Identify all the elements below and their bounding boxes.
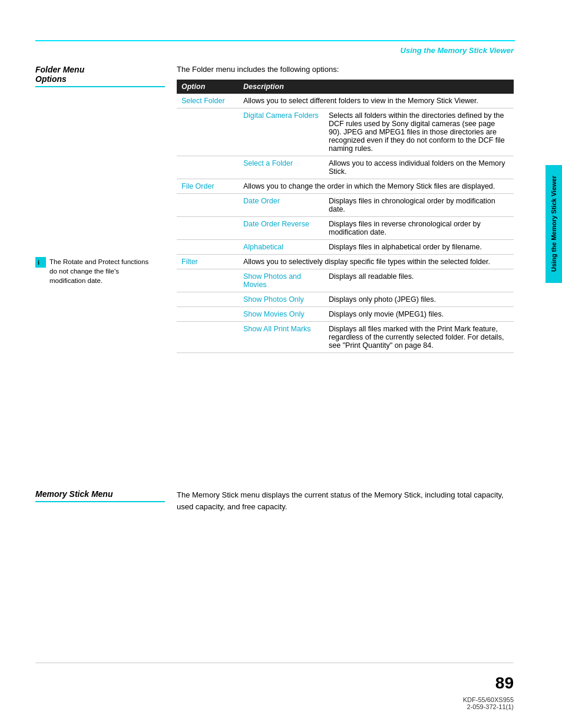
sub-desc-cell: Allows you to access individual folders … [324, 156, 514, 179]
bottom-line [35, 663, 514, 663]
option-label: File Order [181, 182, 214, 190]
table-row: Date Order Reverse Displays files in rev… [177, 217, 514, 240]
option-cell-empty [177, 217, 239, 240]
sub-option-label: Select a Folder [243, 159, 293, 167]
sub-desc-cell: Displays files in reverse chronological … [324, 217, 514, 240]
option-cell-empty [177, 108, 239, 156]
table-row: File Order Allows you to change the orde… [177, 179, 514, 194]
sub-option-cell: Show All Print Marks [239, 322, 324, 353]
page-number: 89 [495, 674, 514, 693]
sub-option-label: Show Movies Only [243, 310, 305, 318]
side-tab: Using the Memory Stick Viewer [546, 165, 562, 283]
option-cell-empty [177, 240, 239, 255]
folder-heading-line2: Options [35, 74, 67, 84]
sub-option-cell: Date Order Reverse [239, 217, 324, 240]
sub-option-label: Show Photos Only [243, 295, 304, 304]
note-icon: i [35, 257, 46, 268]
sub-option-label: Digital Camera Folders [243, 111, 319, 120]
col-header-description: Description [239, 80, 514, 94]
memory-heading-text: Memory Stick Menu [35, 489, 113, 499]
folder-intro: The Folder menu includes the following o… [177, 65, 514, 74]
sub-option-cell: Alphabetical [239, 240, 324, 255]
table-row: Select a Folder Allows you to access ind… [177, 156, 514, 179]
memory-heading: Memory Stick Menu [35, 489, 165, 502]
sub-desc-cell: Displays files in chronological order by… [324, 194, 514, 217]
table-row: Show Photos and Movies Displays all read… [177, 269, 514, 292]
memory-heading-col: Memory Stick Menu [35, 489, 165, 507]
table-row: Show Movies Only Displays only movie (MP… [177, 307, 514, 322]
table-row: Show Photos Only Displays only photo (JP… [177, 292, 514, 307]
table-row: Digital Camera Folders Selects all folde… [177, 108, 514, 156]
sub-option-cell: Show Photos and Movies [239, 269, 324, 292]
table-row: Filter Allows you to selectively display… [177, 255, 514, 269]
note-text: The Rotate and Protect functions do not … [49, 257, 153, 285]
page-footer: KDF-55/60XS955 2-059-372-11(1) [463, 696, 514, 710]
memory-desc-col: The Memory Stick menu displays the curre… [177, 489, 514, 512]
page-header: Using the Memory Stick Viewer [401, 46, 514, 55]
sub-option-cell: Digital Camera Folders [239, 108, 324, 156]
sub-desc-cell: Displays all files marked with the Print… [324, 322, 514, 353]
sub-option-label: Date Order [243, 197, 280, 205]
sub-desc-cell: Displays only photo (JPEG) files. [324, 292, 514, 307]
sub-desc-cell: Displays files in alphabetical order by … [324, 240, 514, 255]
option-cell: Select Folder [177, 94, 239, 108]
folder-heading-line1: Folder Menu [35, 65, 84, 74]
option-cell-empty [177, 269, 239, 292]
desc-cell: Allows you to select different folders t… [239, 94, 514, 108]
option-cell-empty [177, 292, 239, 307]
folder-left-col: Folder Menu Options i The Rotate and Pro… [35, 65, 165, 120]
options-table: Option Description Select Folder [177, 80, 514, 353]
top-decorative-line [35, 40, 515, 41]
option-cell-empty [177, 194, 239, 217]
folder-heading: Folder Menu Options [35, 65, 165, 87]
sub-option-cell: Show Movies Only [239, 307, 324, 322]
sub-desc-cell: Displays only movie (MPEG1) files. [324, 307, 514, 322]
table-row: Alphabetical Displays files in alphabeti… [177, 240, 514, 255]
folder-right-col: The Folder menu includes the following o… [177, 65, 514, 377]
note-box: i The Rotate and Protect functions do no… [35, 257, 153, 285]
table-row: Date Order Displays files in chronologic… [177, 194, 514, 217]
header-title: Using the Memory Stick Viewer [401, 46, 514, 55]
memory-description: The Memory Stick menu displays the curre… [177, 489, 514, 512]
sub-desc-cell: Displays all readable files. [324, 269, 514, 292]
option-cell: File Order [177, 179, 239, 194]
desc-cell: Allows you to change the order in which … [239, 179, 514, 194]
option-label: Select Folder [181, 97, 225, 105]
sub-option-label: Date Order Reverse [243, 220, 309, 228]
option-cell: Filter [177, 255, 239, 269]
sub-option-label: Show All Print Marks [243, 325, 311, 333]
col-header-option: Option [177, 80, 239, 94]
sub-desc-cell: Selects all folders within the directori… [324, 108, 514, 156]
table-row: Show All Print Marks Displays all files … [177, 322, 514, 353]
content-area: Folder Menu Options i The Rotate and Pro… [35, 65, 514, 489]
sub-option-cell: Date Order [239, 194, 324, 217]
sub-option-label: Show Photos and Movies [243, 272, 301, 289]
page-container: Using the Memory Stick Viewer Using the … [0, 0, 562, 728]
sub-option-cell: Select a Folder [239, 156, 324, 179]
footer-part-number: 2-059-372-11(1) [463, 703, 514, 710]
option-cell-empty [177, 307, 239, 322]
side-tab-label: Using the Memory Stick Viewer [550, 176, 557, 272]
option-label: Filter [181, 258, 198, 266]
option-cell-empty [177, 156, 239, 179]
sub-option-cell: Show Photos Only [239, 292, 324, 307]
svg-text:i: i [38, 259, 39, 266]
table-row: Select Folder Allows you to select diffe… [177, 94, 514, 108]
desc-cell: Allows you to selectively display specif… [239, 255, 514, 269]
option-cell-empty [177, 322, 239, 353]
footer-model: KDF-55/60XS955 [463, 696, 514, 703]
sub-option-label: Alphabetical [243, 243, 283, 251]
